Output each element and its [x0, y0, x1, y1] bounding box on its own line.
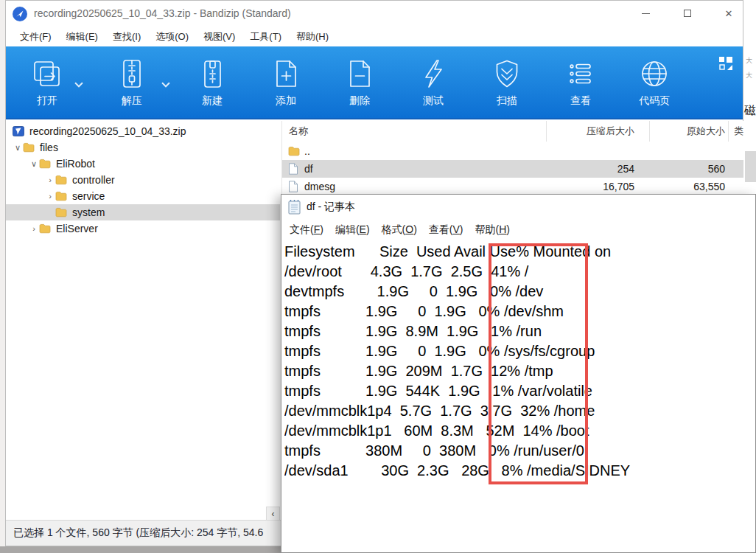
menu-help[interactable]: 帮助(H)	[469, 220, 516, 240]
tree-item-archive-root[interactable]: recording20250625_10_04_33.zip	[6, 123, 280, 139]
chevron-right-icon[interactable]: ›	[29, 224, 39, 233]
toolbar-scan-button[interactable]: 扫描	[470, 46, 544, 118]
list-item-dmesg[interactable]: dmesg 16,705 63,550	[282, 178, 743, 195]
view-list-icon	[564, 58, 597, 90]
background-block	[745, 151, 756, 182]
column-header-original[interactable]: 原始大小	[649, 121, 728, 142]
scroll-left-icon[interactable]: ‹	[266, 507, 280, 521]
toolbar-add-button[interactable]: 添加	[249, 46, 323, 118]
layout-grid-icon[interactable]	[718, 55, 734, 72]
toolbar-extract-button[interactable]: 解压	[88, 46, 175, 118]
chevron-down-icon[interactable]	[161, 79, 169, 87]
extract-icon	[116, 58, 148, 90]
desktop-strip	[0, 546, 281, 553]
folder-icon	[55, 206, 69, 218]
tree-item-label: controller	[72, 174, 115, 186]
tree-item-label: EliServer	[56, 223, 98, 234]
chevron-down-icon[interactable]: ∨	[29, 159, 39, 169]
file-name: df	[304, 163, 313, 175]
toolbar-label: 添加	[276, 94, 296, 108]
menu-help[interactable]: 帮助(H)	[289, 28, 336, 46]
toolbar-label: 扫描	[497, 94, 517, 108]
notepad-menubar: 文件(F) 编辑(E) 格式(O) 查看(V) 帮助(H)	[281, 219, 755, 240]
tree-item-controller[interactable]: › controller	[6, 172, 280, 188]
menu-edit[interactable]: 编辑(E)	[59, 28, 105, 46]
toolbar-label: 删除	[349, 94, 370, 108]
status-text: 已选择 1 个文件, 560 字节 (压缩后大小: 254 字节, 54.6	[13, 526, 263, 540]
highlight-annotation-rectangle	[489, 243, 588, 484]
add-file-icon	[270, 58, 302, 90]
original-size: 560	[649, 163, 728, 175]
scan-virus-icon	[491, 58, 523, 90]
folder-icon	[39, 158, 52, 170]
toolbar-new-button[interactable]: 新建	[175, 46, 249, 118]
menu-file[interactable]: 文件(F)	[284, 220, 329, 240]
window-title: recording20250625_10_04_33.zip - Bandizi…	[34, 7, 291, 19]
menu-find[interactable]: 查找(I)	[105, 28, 148, 46]
file-list-header: 名称 压缩后大小 原始大小 类型	[282, 121, 743, 142]
chevron-down-icon[interactable]	[74, 79, 83, 87]
toolbar-label: 打开	[37, 94, 57, 108]
background-text-fragment: 大	[746, 56, 752, 66]
bandizip-menubar: 文件(F) 编辑(E) 查找(I) 选项(O) 视图(V) 工具(T) 帮助(H…	[6, 27, 743, 46]
close-icon[interactable]: ✕	[716, 2, 741, 24]
codepage-globe-icon	[638, 58, 671, 90]
chevron-right-icon[interactable]: ›	[45, 175, 55, 184]
menu-options[interactable]: 选项(O)	[148, 28, 196, 46]
folder-icon	[288, 145, 300, 157]
minimize-icon[interactable]	[633, 2, 658, 24]
column-header-name[interactable]: 名称	[282, 121, 546, 142]
notepad-titlebar[interactable]: df - 记事本	[281, 195, 755, 219]
file-icon	[288, 181, 300, 192]
toolbar-open-button[interactable]: 打开	[6, 46, 88, 118]
background-text-fragment: 磁	[744, 103, 756, 119]
tree-item-service[interactable]: › service	[6, 188, 280, 204]
bandizip-toolbar: 打开 解压 新建	[6, 46, 743, 119]
background-text-fragment: 大	[746, 71, 752, 80]
notepad-app-icon	[287, 199, 301, 215]
tree-item-files[interactable]: ∨ files	[6, 139, 280, 156]
folder-icon	[39, 223, 52, 234]
folder-icon	[23, 142, 36, 153]
toolbar-view-button[interactable]: 查看	[544, 46, 617, 118]
toolbar-delete-button[interactable]: 删除	[323, 46, 396, 118]
list-item-parent-dir[interactable]: ..	[282, 142, 743, 160]
compressed-size: 254	[546, 163, 649, 175]
toolbar-label: 新建	[202, 94, 223, 108]
screen: { "colors": { "toolbar_top": "#2d99e9", …	[0, 0, 756, 553]
menu-view[interactable]: 查看(V)	[423, 220, 469, 240]
new-archive-icon	[196, 58, 228, 90]
list-item-df[interactable]: df 254 560	[282, 160, 743, 178]
menu-format[interactable]: 格式(O)	[376, 220, 423, 240]
menu-edit[interactable]: 编辑(E)	[329, 220, 376, 240]
tree-item-label: service	[72, 190, 105, 202]
tree-item-label: files	[40, 142, 58, 153]
tree-item-label: EliRobot	[56, 158, 95, 170]
test-archive-icon	[417, 58, 449, 90]
tree-item-eliserver[interactable]: › EliServer	[6, 220, 280, 237]
original-size: 63,550	[649, 181, 728, 192]
file-name: dmesg	[304, 181, 335, 192]
menu-view[interactable]: 视图(V)	[196, 28, 242, 46]
delete-file-icon	[343, 58, 376, 90]
toolbar-test-button[interactable]: 测试	[396, 46, 470, 118]
tree-item-system[interactable]: system	[6, 204, 280, 220]
tree-item-label: recording20250625_10_04_33.zip	[29, 125, 186, 137]
zip-archive-icon	[13, 125, 26, 137]
chevron-down-icon[interactable]: ∨	[13, 143, 23, 153]
toolbar-codepage-button[interactable]: 代码页	[617, 46, 691, 118]
archive-tree-panel: recording20250625_10_04_33.zip ∨ files ∨…	[6, 121, 280, 506]
menu-file[interactable]: 文件(F)	[13, 28, 59, 46]
toolbar-label: 测试	[423, 94, 444, 108]
tree-item-elirobot[interactable]: ∨ EliRobot	[6, 156, 280, 172]
open-archive-icon	[31, 58, 63, 90]
window-title: df - 记事本	[307, 201, 355, 214]
menu-tools[interactable]: 工具(T)	[242, 28, 289, 46]
chevron-right-icon[interactable]: ›	[45, 192, 55, 201]
folder-icon	[55, 174, 69, 186]
column-header-compressed[interactable]: 压缩后大小	[546, 121, 649, 142]
column-header-type[interactable]: 类型	[728, 121, 743, 142]
file-name: ..	[304, 145, 310, 157]
maximize-icon[interactable]	[675, 2, 700, 24]
bandizip-titlebar[interactable]: recording20250625_10_04_33.zip - Bandizi…	[6, 1, 743, 27]
